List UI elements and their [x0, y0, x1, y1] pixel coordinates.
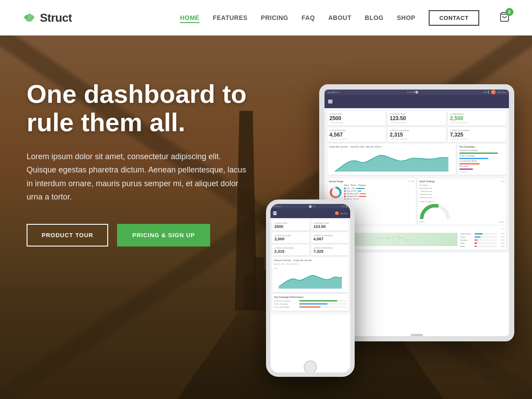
campaign-progress-bar — [299, 300, 347, 301]
progress-fill — [474, 236, 481, 238]
nav-link-about[interactable]: ABOUT — [328, 12, 351, 23]
legend-blackberry: Blackberry 20% — [344, 192, 366, 195]
settings-list: ⚙ Settings ⊕ Achievements ☆ Add Renewal … — [419, 184, 505, 199]
nav-item-cart[interactable]: 0 — [493, 12, 510, 24]
nav-item-faq[interactable]: FAQ — [301, 14, 315, 22]
phone-stats-row-2: ● Total Formulas 2,500 ● Total Connectio… — [272, 232, 348, 243]
nav-item-shop[interactable]: SHOP — [397, 14, 415, 22]
nav-link-shop[interactable]: SHOP — [397, 12, 415, 23]
country-row-us: United States 37% — [460, 233, 505, 235]
logo-area[interactable]: Struct — [22, 11, 72, 25]
cart-badge: 0 — [505, 8, 513, 16]
legend-label: Symbian 25% — [347, 195, 358, 197]
device-card-title: Device Usage ↗ ↗ ✕ — [329, 180, 414, 183]
country-name: Britain — [460, 245, 473, 247]
tablet-time: 4:21 PM — [407, 91, 415, 94]
stat-sub: ↑ 3% From last Week — [390, 121, 444, 124]
tablet-stat-total-makes: ● Total Makes 2,500 ↑ 36% From last Week — [448, 111, 506, 125]
setting-item: ⚙ Settings — [419, 184, 505, 186]
chart-title: Graph title sub-title April 06, 2016 - M… — [329, 145, 454, 148]
nav-link-faq[interactable]: FAQ — [301, 12, 315, 23]
phone-area-chart — [274, 271, 347, 289]
phone-stat-c3: ● Total Connections 7,325 — [311, 245, 348, 255]
nav-link-features[interactable]: FEATURES — [213, 12, 247, 23]
donut-wrap: Top 6 Device Progress iOS 30% A — [329, 184, 414, 200]
phone-menu-bar: John Doe — [270, 208, 350, 218]
tablet-stat-avg-time: ● Average Time 123.50 ↑ 3% From last Wee… — [387, 111, 446, 125]
phone-stat-avg: ● Average Time 123.50 — [311, 220, 348, 231]
nav-item-blog[interactable]: BLOG — [365, 14, 383, 22]
nav-link-blog[interactable]: BLOG — [365, 12, 383, 23]
nav-item-pricing[interactable]: PRICING — [261, 14, 288, 22]
tablet-stat-total-users: ● Total Users 2500 ↑ From last Week — [327, 111, 386, 125]
legend-dot — [344, 193, 346, 195]
phone-y-labels: 123k — [274, 266, 347, 270]
y-label: 123k — [274, 267, 278, 270]
phone-campaign-title: Top Campaign Performance — [274, 296, 347, 298]
campaign-search: ⌕ Search... — [459, 171, 505, 173]
progress-fill — [474, 243, 477, 244]
contact-button[interactable]: CONTACT — [429, 10, 479, 26]
campaign-progress-bar — [299, 303, 347, 305]
devices-container: ●●● BELL ▾ 4:21 PM 22% ▌ John Doe — [257, 71, 523, 381]
stat-value: 123.50 — [390, 115, 444, 121]
campaign-label: Twitter Campaign — [274, 303, 298, 305]
legend-label: Blackberry 20% — [347, 192, 359, 195]
tablet-campaign-sidebar: Top Campaign... Facebook Campaign Twitte… — [458, 144, 506, 176]
campaign-card: Top Campaign... Facebook Campaign Twitte… — [458, 144, 506, 175]
country-name: France — [460, 236, 473, 238]
product-tour-button[interactable]: PRODUCT TOUR — [27, 224, 108, 246]
svg-point-11 — [399, 238, 401, 239]
phone-camera — [309, 205, 312, 208]
legend-bar — [356, 188, 365, 189]
phone-stat-users: ● Total Users 2500 — [272, 220, 309, 231]
country-row-fr: France 27% — [460, 236, 505, 238]
nav-link-home[interactable]: HOME — [180, 12, 200, 23]
tablet-stats-row-1: ● Total Users 2500 ↑ From last Week ● Av… — [327, 111, 506, 125]
brand-name: Struct — [40, 11, 72, 25]
range-max: $5,000 — [499, 221, 505, 223]
chart-date-range: April 06, 2016 - May 30, 2016 ▾ — [274, 263, 299, 265]
tablet-stats-row-2: ● Total Formulas 4,567 ↑ 34% From last W… — [327, 127, 506, 142]
phone-campaign-card: Top Campaign Performance Facebook Campai… — [272, 294, 348, 311]
nav-item-home[interactable]: HOME — [180, 14, 200, 22]
location-header: Visitors location 125.7k Views from 60 c… — [329, 227, 505, 231]
country-row-es: Spain 11% — [460, 242, 505, 244]
pricing-signup-button[interactable]: PRICING & SIGN UP — [117, 224, 210, 246]
tablet-profile-row: 22% ▌ John Doe — [483, 90, 506, 94]
device-legend: Top 6 Device Progress iOS 30% A — [344, 184, 366, 200]
country-pct: 16% — [498, 239, 505, 241]
half-donut-svg — [419, 203, 450, 219]
nav-item-contact[interactable]: CONTACT — [429, 10, 479, 26]
cart-icon-wrap[interactable]: 0 — [499, 12, 510, 24]
legend-symbian: Symbian 25% — [344, 195, 366, 197]
quick-settings-actions: ↗ ✕ — [501, 180, 505, 183]
progress-fill — [474, 239, 478, 241]
quick-settings-card: Quick Settings ↗ ✕ ⚙ Settings ⊕ Achievem… — [418, 178, 506, 225]
country-list: United States 37% France 27% — [460, 233, 505, 248]
nav-item-about[interactable]: ABOUT — [328, 14, 351, 22]
country-name: United States — [460, 233, 473, 235]
progress-bar — [474, 246, 497, 247]
phone-avatar — [335, 211, 339, 215]
campaign-bar — [459, 163, 480, 164]
country-pct: 10% — [498, 245, 505, 247]
stat-value: 2,315 — [274, 249, 307, 254]
nav-links: HOME FEATURES PRICING FAQ ABOUT BLOG SHO… — [180, 10, 510, 26]
area-chart-container — [329, 149, 454, 172]
nav-item-features[interactable]: FEATURES — [213, 14, 247, 22]
legend-dot — [344, 196, 346, 197]
setting-item: ✔ Achievements — [419, 193, 505, 196]
location-content: United States 37% France 27% — [329, 233, 505, 248]
country-pct: 11% — [498, 242, 505, 244]
tablet-main-chart: Graph title sub-title April 06, 2016 - M… — [327, 144, 456, 175]
tablet-home-button — [411, 334, 423, 337]
nav-link-pricing[interactable]: PRICING — [261, 12, 288, 23]
profile-completion: Profile Completion $0,000 $5,000 — [419, 200, 505, 223]
hero-content: One dashboard to rule them all. Lorem ip… — [0, 35, 275, 273]
campaign-label: Conventional Media — [274, 306, 298, 308]
hero-headline: One dashboard to rule them all. — [27, 80, 248, 137]
campaign-item: Facebook Campaign — [459, 149, 505, 152]
legend-others: Others 8% — [344, 198, 366, 200]
stat-sub: ↑ From last Week — [329, 121, 383, 124]
